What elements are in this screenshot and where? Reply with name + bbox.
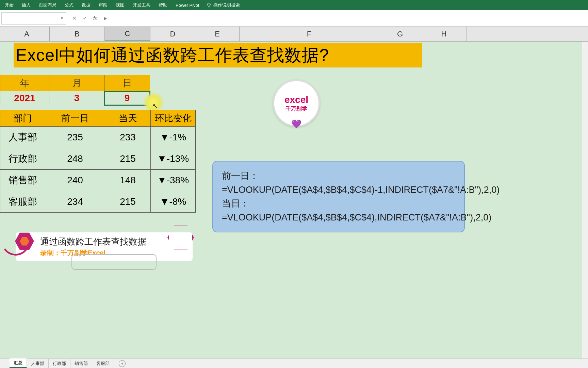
column-header-B[interactable]: B — [50, 27, 105, 41]
title-banner: Excel中如何通过函数跨工作表查找数据? — [14, 43, 422, 67]
formula-note-box: 前一日： =VLOOKUP(DATE($A$4,$B$4,$C$4)-1,IND… — [212, 161, 465, 232]
cell-prev[interactable]: 235 — [45, 127, 105, 148]
ribbon-tab-review[interactable]: 审阅 — [95, 2, 112, 8]
cell-change[interactable]: ▼-13% — [151, 148, 196, 170]
note-label-today: 当日： — [222, 197, 455, 211]
column-header-C[interactable]: C — [105, 27, 150, 41]
column-header-G[interactable]: G — [379, 27, 421, 41]
worksheet-area[interactable]: Excel中如何通过函数跨工作表查找数据? 年 月 日 2021 3 9 ↖ 部… — [0, 42, 588, 368]
chevron-down-icon: ▼ — [60, 16, 64, 20]
ribbon-tab-view[interactable]: 视图 — [112, 2, 129, 8]
date-header-year[interactable]: 年 — [0, 75, 49, 91]
cell-prev[interactable]: 240 — [45, 170, 105, 191]
cell-today[interactable]: 215 — [105, 148, 151, 170]
formula-bar: ▼ ✕ ✓ fx 9 — [0, 10, 588, 27]
name-box[interactable]: ▼ — [1, 12, 66, 25]
table-row[interactable]: 客服部 234 215 ▼-8% — [0, 191, 196, 213]
cell-change[interactable]: ▼-8% — [151, 191, 196, 213]
formula-controls: ✕ ✓ fx — [72, 15, 97, 21]
vertical-scrollbar[interactable] — [582, 42, 588, 368]
sheet-tab-sales[interactable]: 销售部 — [70, 359, 92, 368]
table-header-dept[interactable]: 部门 — [0, 110, 45, 127]
ribbon-tab-formulas[interactable]: 公式 — [61, 2, 78, 8]
data-table: 部门 前一日 当天 环比变化 人事部 235 233 ▼-1% 行政部 248 … — [0, 110, 196, 213]
ribbon: 开始 插入 页面布局 公式 数据 审阅 视图 开发工具 帮助 Power Piv… — [0, 0, 588, 10]
ribbon-tab-insert[interactable]: 插入 — [18, 2, 35, 8]
cell-prev[interactable]: 234 — [45, 191, 105, 213]
formula-input[interactable]: 9 — [104, 15, 107, 21]
note-formula-prev: =VLOOKUP(DATE($A$4,$B$4,$C$4)-1,INDIRECT… — [222, 183, 455, 197]
cell-today[interactable]: 215 — [105, 191, 151, 213]
date-table: 年 月 日 2021 3 9 — [0, 75, 150, 105]
cell-today[interactable]: 233 — [105, 127, 151, 148]
select-all-corner[interactable] — [0, 27, 4, 41]
ribbon-tab-dev-tools[interactable]: 开发工具 — [129, 2, 154, 8]
cell-change[interactable]: ▼-38% — [151, 170, 196, 191]
heart-icon: 💜 — [291, 119, 301, 129]
cell-dept[interactable]: 行政部 — [0, 148, 45, 170]
table-row[interactable]: 行政部 248 215 ▼-13% — [0, 148, 196, 170]
cursor-icon: ↖ — [152, 102, 158, 110]
sheet-tab-hr[interactable]: 人事部 — [27, 359, 49, 368]
column-header-D[interactable]: D — [150, 27, 195, 41]
fx-icon[interactable]: fx — [93, 16, 97, 21]
note-label-prev: 前一日： — [222, 169, 455, 183]
cell-today[interactable]: 148 — [105, 170, 151, 191]
ribbon-tab-page-layout[interactable]: 页面布局 — [35, 2, 61, 8]
ribbon-tab-start[interactable]: 开始 — [3, 2, 18, 8]
date-header-month[interactable]: 月 — [49, 75, 104, 91]
add-sheet-button[interactable]: + — [119, 360, 126, 367]
date-value-month[interactable]: 3 — [49, 91, 104, 105]
sheet-tab-admin[interactable]: 行政部 — [49, 359, 70, 368]
table-row[interactable]: 销售部 240 148 ▼-38% — [0, 170, 196, 191]
date-value-year[interactable]: 2021 — [0, 91, 49, 105]
under-box-decoration — [71, 254, 157, 270]
column-header-F[interactable]: F — [240, 27, 379, 41]
table-header-change[interactable]: 环比变化 — [151, 110, 196, 127]
cell-prev[interactable]: 248 — [45, 148, 105, 170]
lightbulb-icon — [207, 3, 211, 7]
page-title: Excel中如何通过函数跨工作表查找数据? — [16, 44, 329, 67]
table-header-prev[interactable]: 前一日 — [45, 110, 105, 127]
logo-text-2: 千万别学 — [285, 105, 307, 112]
ribbon-tab-help[interactable]: 帮助 — [154, 2, 172, 8]
ribbon-search-label: 操作说明搜索 — [213, 2, 240, 8]
confirm-icon[interactable]: ✓ — [83, 15, 87, 21]
ribbon-tab-power-pivot[interactable]: Power Pivot — [172, 3, 203, 8]
ribbon-tab-data[interactable]: 数据 — [78, 2, 95, 8]
caption-title: 通过函数跨工作表查找数据 — [40, 236, 187, 248]
cell-change[interactable]: ▼-1% — [151, 127, 196, 148]
cancel-icon[interactable]: ✕ — [72, 15, 77, 21]
note-formula-today: =VLOOKUP(DATE($A$4,$B$4,$C$4),INDIRECT($… — [222, 211, 455, 225]
column-headers: A B C D E F G H — [0, 27, 588, 42]
date-header-day[interactable]: 日 — [104, 75, 150, 91]
cell-dept[interactable]: 客服部 — [0, 191, 45, 213]
logo-text-1: excel — [284, 94, 308, 105]
sheet-tab-service[interactable]: 客服部 — [92, 359, 114, 368]
sheet-tabs-bar: 汇总 人事部 行政部 销售部 客服部 + — [0, 358, 588, 368]
ribbon-tell-me[interactable]: 操作说明搜索 — [207, 2, 240, 8]
cell-dept[interactable]: 人事部 — [0, 127, 45, 148]
column-header-H[interactable]: H — [421, 27, 467, 41]
table-row[interactable]: 人事部 235 233 ▼-1% — [0, 127, 196, 148]
column-header-A[interactable]: A — [4, 27, 50, 41]
column-header-E[interactable]: E — [195, 27, 240, 41]
sheet-tab-summary[interactable]: 汇总 — [10, 358, 27, 368]
cell-dept[interactable]: 销售部 — [0, 170, 45, 191]
table-header-today[interactable]: 当天 — [105, 110, 151, 127]
logo-badge: excel 千万别学 💜 — [273, 80, 320, 127]
